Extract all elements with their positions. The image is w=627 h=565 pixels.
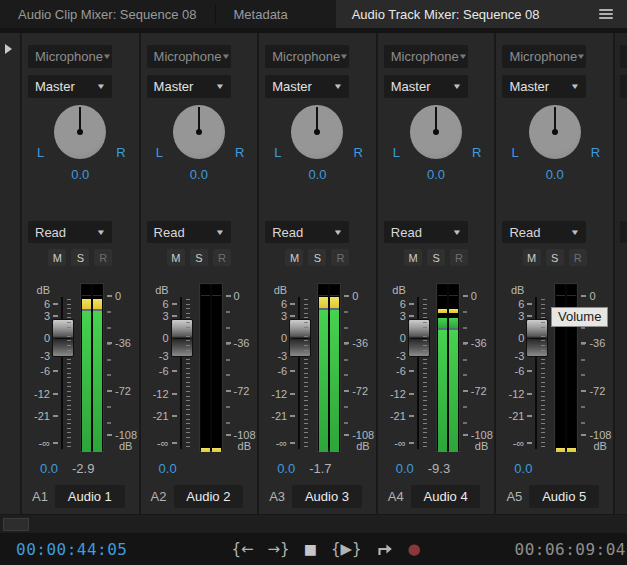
track-name-field[interactable]: Audio 4 [411, 485, 481, 508]
output-select[interactable]: Master ▼ [28, 75, 112, 98]
mute-button[interactable]: M [404, 249, 422, 266]
output-select[interactable]: Master ▼ [384, 75, 468, 98]
arm-record-button[interactable]: R [94, 249, 112, 266]
pan-knob[interactable]: L R [496, 105, 613, 165]
meter-segment [438, 318, 447, 328]
solo-button[interactable]: S [308, 249, 326, 266]
meter-tick-mark [107, 342, 112, 344]
pan-value[interactable]: 0.0 [141, 167, 258, 182]
mute-button[interactable]: M [48, 249, 66, 266]
volume-fader[interactable] [417, 297, 419, 449]
input-select[interactable]: Microphone ▼ [384, 45, 468, 68]
mute-button[interactable]: M [167, 249, 185, 266]
volume-fader[interactable] [180, 297, 182, 449]
automation-mode-select[interactable]: Read ▼ [28, 221, 112, 243]
pan-knob-dial[interactable] [529, 105, 581, 159]
tab-audio-track-mixer[interactable]: Audio Track Mixer: Sequence 08 [336, 0, 627, 28]
stop-button[interactable]: ■ [304, 542, 317, 556]
record-button[interactable]: ● [408, 542, 421, 557]
volume-value[interactable]: 0.0 [32, 461, 66, 476]
meter-segment [556, 448, 565, 452]
fader-tick-mark [290, 415, 295, 417]
pan-knob-dial[interactable] [410, 105, 462, 159]
fader-minor-ticks [423, 299, 427, 447]
volume-fader[interactable] [535, 297, 537, 449]
volume-value[interactable]: 0.0 [506, 461, 540, 476]
arm-record-button[interactable]: R [450, 249, 468, 266]
solo-button[interactable]: S [190, 249, 208, 266]
arm-record-button[interactable]: R [213, 249, 231, 266]
automation-mode-select[interactable]: Read ▼ [502, 221, 586, 243]
go-to-in-button[interactable]: {← [231, 542, 253, 557]
input-select[interactable]: Microphone ▼ [28, 45, 112, 68]
fader-tick-label: -∞ [22, 437, 50, 449]
automation-mode-select[interactable]: Read ▼ [147, 221, 231, 243]
track-buttons: M S R [259, 249, 376, 266]
go-to-out-button[interactable]: →} [268, 542, 290, 557]
volume-value[interactable]: 0.0 [151, 461, 185, 476]
pan-knob[interactable]: L R [378, 105, 495, 165]
play-in-to-out-button[interactable]: {▶} [331, 542, 362, 557]
pan-value[interactable]: 0.0 [22, 167, 139, 182]
solo-button[interactable]: S [546, 249, 564, 266]
pan-knob-center [552, 129, 558, 135]
pan-left-label: L [274, 145, 281, 160]
pan-knob-dial[interactable] [173, 105, 225, 159]
volume-fader[interactable] [61, 297, 63, 449]
track-name-field[interactable]: Audio 3 [292, 485, 362, 508]
mute-button[interactable]: M [523, 249, 541, 266]
bottom-gap-band [0, 514, 627, 533]
track-id-label: A4 [388, 489, 404, 504]
output-select[interactable]: Master ▼ [147, 75, 231, 98]
volume-value[interactable]: 0.0 [388, 461, 422, 476]
pan-right-label: R [353, 145, 362, 160]
partial-automation-select [620, 221, 627, 243]
meter-unit-label: dB [119, 440, 132, 452]
pan-right-label: R [235, 145, 244, 160]
pan-knob-dial[interactable] [291, 105, 343, 159]
current-timecode[interactable]: 00:00:44:05 [16, 540, 127, 559]
pan-value[interactable]: 0.0 [496, 167, 613, 182]
tab-audio-clip-mixer[interactable]: Audio Clip Mixer: Sequence 08 [0, 0, 215, 28]
track-name-field[interactable]: Audio 1 [55, 485, 125, 508]
output-select-label: Master [272, 79, 312, 94]
input-select-label: Microphone [391, 49, 459, 64]
meter-tick-mark [463, 390, 468, 392]
db-unit-label: dB [22, 284, 50, 296]
loop-button[interactable] [376, 542, 394, 556]
solo-button[interactable]: S [427, 249, 445, 266]
level-meter [199, 283, 223, 452]
pan-knob[interactable]: L R [259, 105, 376, 165]
track-name-field[interactable]: Audio 2 [174, 485, 244, 508]
pan-value[interactable]: 0.0 [259, 167, 376, 182]
fader-meter-section: dB 630-3-6-12-21-∞ 0-36-72-108 dB [378, 283, 495, 455]
pan-knob-dial[interactable] [54, 105, 106, 159]
track-id-label: A1 [32, 489, 48, 504]
input-select[interactable]: Microphone ▼ [502, 45, 586, 68]
tab-metadata[interactable]: Metadata [216, 0, 306, 28]
volume-fader[interactable] [298, 297, 300, 449]
output-select[interactable]: Master ▼ [502, 75, 586, 98]
arm-record-button[interactable]: R [331, 249, 349, 266]
automation-mode-select[interactable]: Read ▼ [384, 221, 468, 243]
pan-knob[interactable]: L R [22, 105, 139, 165]
track-name-field[interactable]: Audio 5 [529, 485, 599, 508]
input-select[interactable]: Microphone ▼ [265, 45, 349, 68]
fader-tick-label: 0 [259, 332, 287, 344]
fader-tick-label: 3 [378, 310, 406, 322]
automation-mode-label: Read [272, 225, 303, 240]
tab-label: Audio Track Mixer: Sequence 08 [352, 7, 540, 22]
meter-segment [82, 299, 91, 309]
panel-menu-icon[interactable] [599, 9, 613, 19]
mute-button[interactable]: M [285, 249, 303, 266]
track-row: A4 Audio 4 [378, 485, 495, 509]
arm-record-button[interactable]: R [569, 249, 587, 266]
pan-knob[interactable]: L R [141, 105, 258, 165]
output-select[interactable]: Master ▼ [265, 75, 349, 98]
volume-value[interactable]: 0.0 [269, 461, 303, 476]
input-select[interactable]: Microphone ▼ [147, 45, 231, 68]
automation-mode-select[interactable]: Read ▼ [265, 221, 349, 243]
pan-value[interactable]: 0.0 [378, 167, 495, 182]
expand-panel-icon[interactable] [5, 44, 12, 54]
solo-button[interactable]: S [71, 249, 89, 266]
